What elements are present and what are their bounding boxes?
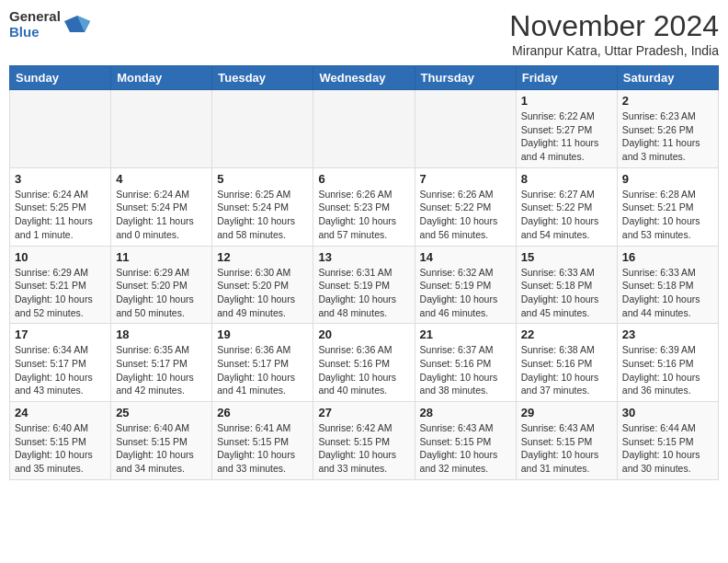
day-of-week-header: Saturday [617,66,718,90]
day-info: Sunrise: 6:30 AMSunset: 5:20 PMDaylight:… [217,266,308,320]
logo-text: General Blue [9,9,61,40]
day-info: Sunrise: 6:27 AMSunset: 5:22 PMDaylight:… [521,188,612,242]
calendar-day-cell: 18Sunrise: 6:35 AMSunset: 5:17 PMDayligh… [111,324,212,402]
day-number: 27 [318,406,409,419]
calendar-week-row: 1Sunrise: 6:22 AMSunset: 5:27 PMDaylight… [10,90,719,168]
day-info: Sunrise: 6:43 AMSunset: 5:15 PMDaylight:… [420,421,511,476]
calendar-day-cell: 12Sunrise: 6:30 AMSunset: 5:20 PMDayligh… [212,246,313,324]
day-number: 19 [217,327,308,341]
calendar-week-row: 17Sunrise: 6:34 AMSunset: 5:17 PMDayligh… [10,324,719,402]
calendar-day-cell: 22Sunrise: 6:38 AMSunset: 5:16 PMDayligh… [516,324,617,402]
day-of-week-header: Tuesday [212,66,313,90]
calendar-day-cell [111,90,212,168]
calendar-day-cell [10,90,111,168]
day-number: 22 [521,327,612,341]
calendar-week-row: 24Sunrise: 6:40 AMSunset: 5:15 PMDayligh… [10,402,719,480]
logo-blue: Blue [9,25,61,40]
day-info: Sunrise: 6:24 AMSunset: 5:25 PMDaylight:… [15,188,106,242]
day-info: Sunrise: 6:35 AMSunset: 5:17 PMDaylight:… [116,343,207,397]
day-number: 23 [622,327,713,341]
calendar-table: SundayMondayTuesdayWednesdayThursdayFrid… [9,65,719,480]
day-info: Sunrise: 6:42 AMSunset: 5:15 PMDaylight:… [318,421,409,476]
calendar-day-cell: 21Sunrise: 6:37 AMSunset: 5:16 PMDayligh… [415,324,516,402]
day-info: Sunrise: 6:40 AMSunset: 5:15 PMDaylight:… [116,421,207,476]
calendar-week-row: 10Sunrise: 6:29 AMSunset: 5:21 PMDayligh… [10,246,719,324]
day-number: 3 [15,172,106,186]
calendar-day-cell: 20Sunrise: 6:36 AMSunset: 5:16 PMDayligh… [313,324,415,402]
calendar-header-row: SundayMondayTuesdayWednesdayThursdayFrid… [10,66,719,90]
day-info: Sunrise: 6:43 AMSunset: 5:15 PMDaylight:… [521,421,612,476]
day-number: 20 [318,327,409,341]
day-info: Sunrise: 6:36 AMSunset: 5:17 PMDaylight:… [217,343,308,397]
calendar-day-cell: 27Sunrise: 6:42 AMSunset: 5:15 PMDayligh… [313,402,415,480]
calendar-day-cell: 5Sunrise: 6:25 AMSunset: 5:24 PMDaylight… [212,167,313,246]
day-info: Sunrise: 6:39 AMSunset: 5:16 PMDaylight:… [622,343,713,397]
calendar-day-cell: 15Sunrise: 6:33 AMSunset: 5:18 PMDayligh… [516,246,617,324]
day-number: 14 [420,250,511,264]
calendar-day-cell: 2Sunrise: 6:23 AMSunset: 5:26 PMDaylight… [617,90,718,168]
day-number: 12 [217,250,308,264]
calendar-day-cell: 8Sunrise: 6:27 AMSunset: 5:22 PMDaylight… [516,167,617,246]
day-info: Sunrise: 6:38 AMSunset: 5:16 PMDaylight:… [521,343,612,397]
day-number: 10 [15,250,106,264]
day-number: 11 [116,250,207,264]
day-info: Sunrise: 6:22 AMSunset: 5:27 PMDaylight:… [521,109,612,164]
calendar-day-cell: 4Sunrise: 6:24 AMSunset: 5:24 PMDaylight… [111,167,212,246]
calendar-day-cell: 26Sunrise: 6:41 AMSunset: 5:15 PMDayligh… [212,402,313,480]
day-number: 18 [116,327,207,341]
day-of-week-header: Friday [516,66,617,90]
day-number: 30 [622,406,713,419]
day-number: 25 [116,406,207,419]
calendar-day-cell: 3Sunrise: 6:24 AMSunset: 5:25 PMDaylight… [10,167,111,246]
day-number: 9 [622,172,713,186]
day-number: 15 [521,250,612,264]
calendar-day-cell [212,90,313,168]
day-info: Sunrise: 6:23 AMSunset: 5:26 PMDaylight:… [622,109,713,164]
day-info: Sunrise: 6:33 AMSunset: 5:18 PMDaylight:… [622,266,713,320]
logo: General Blue [9,9,90,40]
calendar-day-cell: 17Sunrise: 6:34 AMSunset: 5:17 PMDayligh… [10,324,111,402]
day-number: 26 [217,406,308,419]
day-info: Sunrise: 6:24 AMSunset: 5:24 PMDaylight:… [116,188,207,242]
day-info: Sunrise: 6:37 AMSunset: 5:16 PMDaylight:… [420,343,511,397]
calendar-day-cell: 13Sunrise: 6:31 AMSunset: 5:19 PMDayligh… [313,246,415,324]
calendar-day-cell: 11Sunrise: 6:29 AMSunset: 5:20 PMDayligh… [111,246,212,324]
day-number: 16 [622,250,713,264]
day-number: 29 [521,406,612,419]
day-info: Sunrise: 6:33 AMSunset: 5:18 PMDaylight:… [521,266,612,320]
day-number: 24 [15,406,106,419]
month-title: November 2024 [509,9,719,43]
calendar-day-cell [313,90,415,168]
day-info: Sunrise: 6:32 AMSunset: 5:19 PMDaylight:… [420,266,511,320]
location: Miranpur Katra, Uttar Pradesh, India [509,43,719,58]
logo-icon [64,12,90,38]
calendar-day-cell: 16Sunrise: 6:33 AMSunset: 5:18 PMDayligh… [617,246,718,324]
calendar-day-cell: 23Sunrise: 6:39 AMSunset: 5:16 PMDayligh… [617,324,718,402]
day-number: 17 [15,327,106,341]
day-of-week-header: Monday [111,66,212,90]
day-number: 4 [116,172,207,186]
calendar-day-cell: 7Sunrise: 6:26 AMSunset: 5:22 PMDaylight… [415,167,516,246]
day-info: Sunrise: 6:25 AMSunset: 5:24 PMDaylight:… [217,188,308,242]
page-header: General Blue November 2024 Miranpur Katr… [9,9,719,58]
day-number: 6 [318,172,409,186]
day-number: 2 [622,94,713,108]
calendar-day-cell: 10Sunrise: 6:29 AMSunset: 5:21 PMDayligh… [10,246,111,324]
day-number: 5 [217,172,308,186]
day-number: 21 [420,327,511,341]
day-info: Sunrise: 6:29 AMSunset: 5:21 PMDaylight:… [15,266,106,320]
title-section: November 2024 Miranpur Katra, Uttar Prad… [509,9,719,58]
calendar-day-cell: 14Sunrise: 6:32 AMSunset: 5:19 PMDayligh… [415,246,516,324]
calendar-day-cell: 19Sunrise: 6:36 AMSunset: 5:17 PMDayligh… [212,324,313,402]
day-of-week-header: Wednesday [313,66,415,90]
day-info: Sunrise: 6:34 AMSunset: 5:17 PMDaylight:… [15,343,106,397]
day-info: Sunrise: 6:44 AMSunset: 5:15 PMDaylight:… [622,421,713,476]
calendar-day-cell: 29Sunrise: 6:43 AMSunset: 5:15 PMDayligh… [516,402,617,480]
day-number: 28 [420,406,511,419]
day-info: Sunrise: 6:28 AMSunset: 5:21 PMDaylight:… [622,188,713,242]
calendar-day-cell [415,90,516,168]
day-number: 7 [420,172,511,186]
calendar-day-cell: 30Sunrise: 6:44 AMSunset: 5:15 PMDayligh… [617,402,718,480]
day-of-week-header: Sunday [10,66,111,90]
logo-general: General [9,9,61,25]
